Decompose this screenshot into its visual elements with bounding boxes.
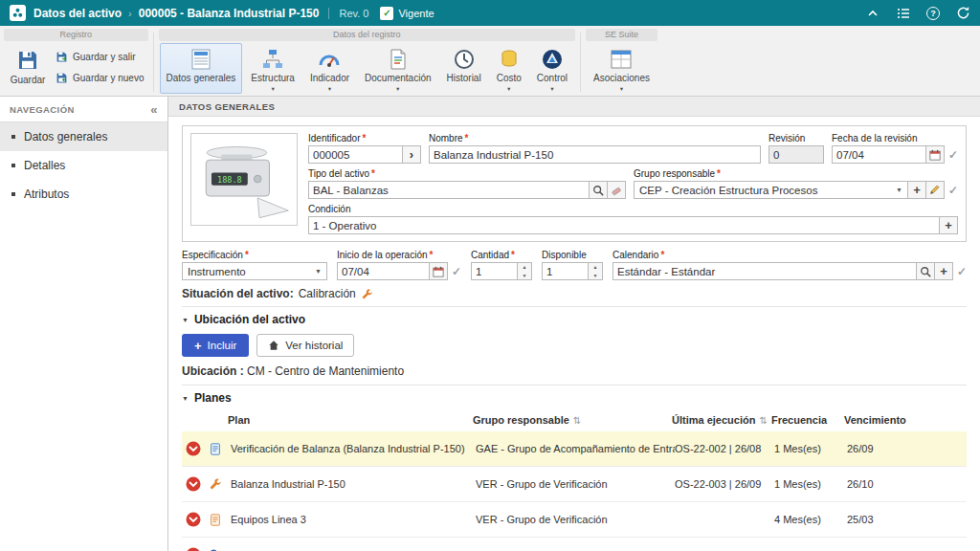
column-header-plan[interactable]: Plan: [228, 414, 473, 426]
tab-historial[interactable]: Historial: [440, 43, 488, 94]
inicio-operacion-input[interactable]: [337, 262, 430, 280]
field-cantidad: Cantidad: [471, 250, 532, 280]
expand-row-icon[interactable]: [186, 476, 201, 492]
next-code-button[interactable]: [403, 145, 421, 164]
cantidad-input[interactable]: [471, 262, 518, 280]
save-new-label: Guardar y nuevo: [73, 73, 145, 83]
grupo-responsable-select[interactable]: CEP - Creación Estructura Procesos: [634, 181, 908, 199]
refresh-icon[interactable]: [955, 6, 970, 21]
revision-label: Rev. 0: [328, 8, 368, 19]
table-row[interactable]: Balanza Industrial P-150 VER - Grupo de …: [182, 467, 967, 502]
ubicacion-row: Ubicación : CM - Centro de Mantenimiento: [182, 364, 967, 378]
column-header-vencimiento[interactable]: Vencimiento: [844, 414, 967, 426]
field-identificador: Identificador: [308, 133, 421, 164]
ver-historial-button[interactable]: Ver historial: [256, 334, 354, 357]
page-title: Datos del activo: [33, 7, 122, 20]
search-button[interactable]: [917, 262, 935, 280]
field-nombre: Nombre: [429, 133, 761, 164]
situacion-value: Calibración: [299, 287, 356, 300]
section-ubicacion-del-activo[interactable]: Ubicación del activo: [182, 306, 967, 330]
tab-indicador[interactable]: Indicador: [303, 43, 356, 94]
save-new-button[interactable]: Guardar y nuevo: [53, 71, 147, 85]
floppy-icon: [16, 49, 39, 72]
table-row[interactable]: Equipos Linea 3 VER - Grupo de Verificac…: [182, 502, 967, 538]
field-grupo-responsable: Grupo responsable CEP - Creación Estruct…: [634, 168, 958, 199]
add-group-button[interactable]: [908, 181, 926, 199]
incluir-button[interactable]: Incluir: [182, 334, 249, 357]
sidebar-item-detalles[interactable]: Detalles: [0, 151, 167, 180]
quantity-stepper[interactable]: [518, 262, 532, 280]
field-calendario: Calendario: [612, 250, 967, 280]
tab-datos-generales[interactable]: Datos generales: [160, 43, 243, 94]
field-fecha-revision: Fecha de la revisión: [832, 133, 958, 164]
ribbon-toolbar: Registro Guardar Guardar y salir: [0, 26, 980, 97]
condicion-input[interactable]: [308, 216, 940, 234]
sidebar-item-atributos[interactable]: Atributos: [0, 180, 167, 209]
calendar-button[interactable]: [926, 145, 945, 164]
sidebar-collapse-icon[interactable]: [150, 102, 158, 117]
record-title: 000005 - Balanza Industrial P-150: [139, 7, 320, 20]
add-condition-button[interactable]: [940, 216, 958, 234]
expand-row-icon[interactable]: [186, 547, 201, 551]
disponible-input[interactable]: [542, 262, 589, 280]
table-row[interactable]: Mantenimiento Semanal ES - Equipo de man…: [182, 538, 967, 551]
expand-row-icon[interactable]: [186, 512, 201, 527]
tab-control[interactable]: Control: [530, 43, 574, 94]
situacion-label: Situación del activo:: [182, 287, 294, 300]
signature-check-icon: [948, 184, 958, 197]
fecha-revision-input[interactable]: [832, 145, 926, 164]
calendar-button[interactable]: [430, 262, 448, 280]
chevron-down-icon: [270, 85, 275, 92]
inicio-operacion-label: Inicio de la operación: [337, 250, 433, 260]
sidebar-item-datos-generales[interactable]: Datos generales: [0, 122, 167, 151]
tipo-activo-input[interactable]: [308, 181, 590, 199]
status-check-icon: [380, 7, 393, 20]
clear-button[interactable]: [608, 181, 626, 199]
cantidad-label: Cantidad: [471, 250, 515, 260]
section-planes[interactable]: Planes: [182, 385, 967, 408]
wrench-icon: [209, 477, 223, 491]
field-tipo-activo: Tipo del activo: [308, 168, 626, 199]
identificador-input[interactable]: [308, 145, 403, 164]
calendario-input[interactable]: [612, 262, 917, 280]
identificador-label: Identificador: [308, 133, 366, 143]
nombre-label: Nombre: [429, 133, 468, 143]
chevron-down-icon: [506, 85, 511, 92]
asset-form-panel: 188.8 Identificador: [182, 125, 967, 242]
sidebar-title: NAVEGACIÓN: [10, 104, 75, 115]
field-condicion: Condición: [308, 204, 958, 234]
ribbon-group-sesuite-title: SE Suite: [586, 29, 657, 41]
expand-row-icon[interactable]: [186, 441, 201, 456]
chevron-down-icon: [549, 85, 554, 92]
tab-asociaciones[interactable]: Asociaciones: [587, 43, 657, 94]
app-logo-icon: [10, 5, 26, 21]
nombre-input[interactable]: [429, 145, 761, 164]
collapse-header-icon[interactable]: [865, 6, 880, 21]
column-header-ultima-ejecucion[interactable]: Última ejecución: [672, 414, 771, 426]
save-exit-label: Guardar y salir: [73, 52, 136, 62]
table-row[interactable]: Verificación de Balanza (Balanza Industr…: [182, 431, 967, 467]
search-button[interactable]: [590, 181, 608, 199]
asset-photo: 188.8: [190, 133, 298, 226]
available-stepper[interactable]: [589, 262, 603, 280]
breadcrumb-separator-icon: [128, 8, 132, 19]
field-revision: Revisión: [768, 133, 824, 164]
tab-documentacion[interactable]: Documentación: [358, 43, 437, 94]
especificacion-label: Especificación: [182, 250, 249, 260]
grupo-responsable-label: Grupo responsable: [634, 168, 721, 179]
especificacion-select[interactable]: Instrumento: [182, 262, 327, 280]
ribbon-group-datos-registro: Datos del registro Datos generales Estru…: [159, 29, 576, 96]
tab-estructura[interactable]: Estructura: [244, 43, 301, 94]
save-button[interactable]: Guardar: [5, 43, 51, 94]
list-view-icon[interactable]: [896, 6, 911, 21]
fecha-revision-label: Fecha de la revisión: [832, 133, 918, 143]
edit-group-button[interactable]: [926, 181, 945, 199]
tab-costo[interactable]: Costo: [490, 43, 528, 94]
add-calendar-button[interactable]: [935, 262, 953, 280]
column-header-frecuencia[interactable]: Frecuencia: [771, 414, 844, 426]
column-header-grupo-responsable[interactable]: Grupo responsable: [473, 414, 672, 426]
field-especificacion: Especificación Instrumento: [182, 250, 327, 280]
help-icon[interactable]: [926, 7, 940, 20]
checklist-icon: [209, 442, 223, 456]
save-exit-button[interactable]: Guardar y salir: [53, 50, 147, 64]
